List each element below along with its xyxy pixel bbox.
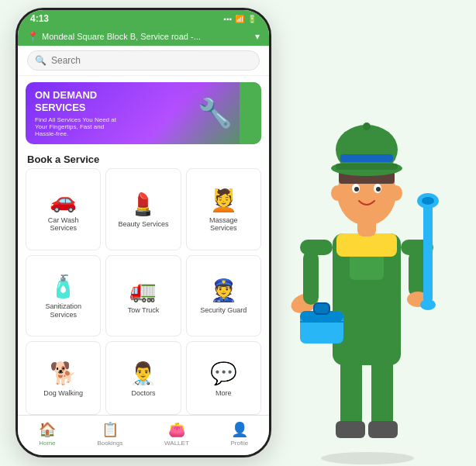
signal-icon: ▪▪▪ <box>223 15 232 23</box>
battery-icon: 🔋 <box>247 15 257 23</box>
location-pin-icon: 📍 <box>27 31 39 42</box>
dog-walking-icon: 🐕 <box>50 361 77 386</box>
bottom-nav: 🏠 Home 📋 Bookings 👛 WALLET 👤 Profile <box>18 415 269 455</box>
wallet-icon: 👛 <box>168 421 185 438</box>
bookings-icon: 📋 <box>102 421 119 438</box>
svg-point-16 <box>422 197 434 205</box>
location-text: Mondeal Square Block B, Service road -..… <box>42 32 252 41</box>
wifi-icon: 📶 <box>235 15 244 23</box>
car-wash-label: Car WashServices <box>48 216 79 233</box>
phone-frame: 4:13 ▪▪▪ 📶 🔋 📍 Mondeal Square Block B, S… <box>16 8 271 457</box>
svg-rect-35 <box>340 154 393 162</box>
svg-point-27 <box>376 187 381 192</box>
security-label: Security Guard <box>200 306 247 315</box>
service-security[interactable]: 👮 Security Guard <box>186 255 261 337</box>
nav-profile[interactable]: 👤 Profile <box>230 421 248 447</box>
banner-content: ON DEMANDSERVICES Find All Services You … <box>35 89 116 137</box>
tow-truck-icon: 🚛 <box>129 278 157 303</box>
svg-point-28 <box>331 185 343 201</box>
service-car-wash[interactable]: 🚗 Car WashServices <box>26 168 101 250</box>
massage-icon: 💆 <box>210 188 237 213</box>
svg-point-0 <box>321 452 414 464</box>
nav-wallet-label: WALLET <box>164 440 189 447</box>
tow-truck-label: Tow Truck <box>128 306 160 315</box>
search-input[interactable] <box>27 50 260 71</box>
sanitization-label: SanitizationServices <box>45 302 81 319</box>
svg-point-17 <box>420 299 436 310</box>
sanitization-icon: 🧴 <box>50 274 77 299</box>
svg-point-33 <box>363 123 371 130</box>
banner-subtitle: Find All Services You Need atYour Finger… <box>35 116 116 137</box>
nav-profile-label: Profile <box>230 440 248 447</box>
banner-title: ON DEMANDSERVICES <box>35 89 116 113</box>
mechanic-svg <box>278 63 457 466</box>
beauty-label: Beauty Services <box>118 220 168 229</box>
svg-rect-7 <box>336 233 397 257</box>
services-grid: 🚗 Car WashServices 💄 Beauty Services 💆 M… <box>18 168 269 415</box>
home-icon: 🏠 <box>39 421 56 438</box>
service-massage[interactable]: 💆 MassageServices <box>186 168 261 250</box>
svg-rect-34 <box>336 164 398 170</box>
book-service-title: Book a Service <box>18 150 269 168</box>
doctors-label: Doctors <box>131 389 155 398</box>
massage-label: MassageServices <box>209 216 238 233</box>
status-bar: 4:13 ▪▪▪ 📶 🔋 <box>18 10 269 27</box>
dog-walking-label: Dog Walking <box>43 389 83 398</box>
location-bar[interactable]: 📍 Mondeal Square Block B, Service road -… <box>18 27 269 46</box>
profile-icon: 👤 <box>231 421 248 438</box>
search-bar: 🔍 <box>18 46 269 76</box>
status-icons: ▪▪▪ 📶 🔋 <box>223 15 257 23</box>
svg-point-29 <box>390 185 402 201</box>
security-icon: 👮 <box>210 278 237 303</box>
svg-rect-14 <box>423 202 433 303</box>
more-icon: 💬 <box>210 361 237 386</box>
service-dog-walking[interactable]: 🐕 Dog Walking <box>26 341 101 415</box>
nav-bookings-label: Bookings <box>97 440 122 447</box>
nav-home-label: Home <box>39 440 55 447</box>
time-display: 4:13 <box>30 13 49 24</box>
search-icon: 🔍 <box>35 55 47 66</box>
banner: ON DEMANDSERVICES Find All Services You … <box>26 82 261 144</box>
nav-bookings[interactable]: 📋 Bookings <box>97 421 122 447</box>
mechanic-illustration <box>259 32 476 466</box>
doctors-icon: 👨‍⚕️ <box>129 361 157 386</box>
svg-rect-10 <box>303 250 319 305</box>
service-beauty[interactable]: 💄 Beauty Services <box>105 168 181 250</box>
nav-home[interactable]: 🏠 Home <box>39 421 56 447</box>
svg-point-26 <box>354 187 359 192</box>
car-wash-icon: 🚗 <box>50 188 77 213</box>
service-more[interactable]: 💬 More <box>186 341 261 415</box>
svg-rect-3 <box>336 421 365 438</box>
svg-rect-12 <box>409 250 424 297</box>
service-sanitization[interactable]: 🧴 SanitizationServices <box>26 255 101 337</box>
svg-rect-4 <box>368 421 398 438</box>
nav-wallet[interactable]: 👛 WALLET <box>164 421 189 447</box>
more-label: More <box>216 389 232 398</box>
service-doctors[interactable]: 👨‍⚕️ Doctors <box>105 341 181 415</box>
service-tow-truck[interactable]: 🚛 Tow Truck <box>105 255 181 337</box>
banner-side-accent <box>240 82 261 144</box>
beauty-icon: 💄 <box>129 192 157 217</box>
svg-rect-20 <box>314 303 329 314</box>
